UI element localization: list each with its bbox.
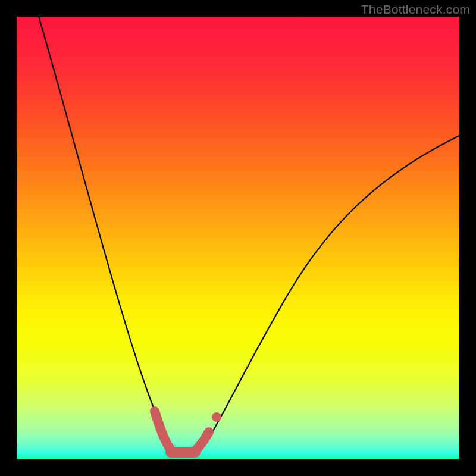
chart-canvas: TheBottleneck.com: [0, 0, 476, 476]
highlight-endpoint-dot: [212, 412, 221, 422]
curve-overlay: [17, 17, 459, 459]
bottleneck-curve: [39, 17, 459, 454]
highlight-left-slope: [155, 411, 172, 451]
watermark-text: TheBottleneck.com: [361, 2, 470, 17]
highlight-right-slope: [194, 432, 209, 452]
